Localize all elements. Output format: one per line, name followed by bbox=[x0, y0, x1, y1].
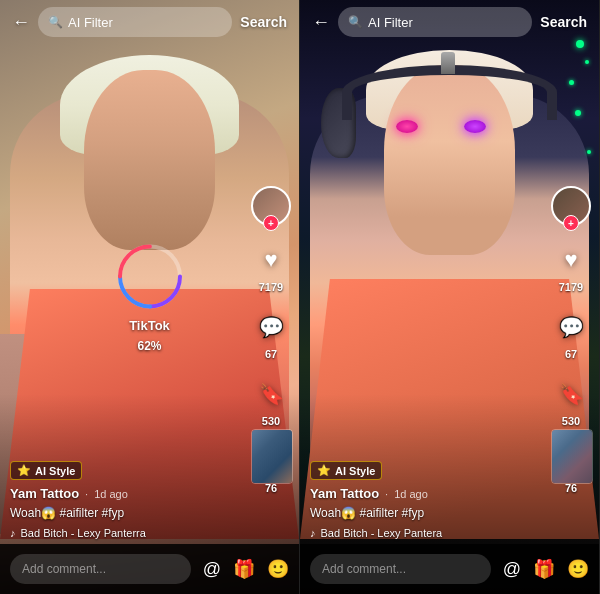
time-left: 1d ago bbox=[94, 488, 128, 500]
search-text-left: AI Filter bbox=[68, 15, 113, 30]
comment-count-right: 67 bbox=[565, 348, 577, 360]
comment-bar-right: Add comment... @ 🎁 🙂 bbox=[300, 544, 599, 594]
at-icon-left[interactable]: @ bbox=[203, 559, 221, 580]
comment-placeholder-right: Add comment... bbox=[322, 562, 406, 576]
search-icon-right: 🔍 bbox=[348, 15, 363, 29]
username-right: Yam Tattoo bbox=[310, 486, 379, 501]
search-bar-right[interactable]: 🔍 AI Filter bbox=[338, 7, 532, 37]
music-text-right: Bad Bitch - Lexy Pantera bbox=[321, 527, 443, 539]
ai-style-badge-right: ⭐ AI Style bbox=[310, 461, 382, 480]
gift-icon-right[interactable]: 🎁 bbox=[533, 558, 555, 580]
search-button-right[interactable]: Search bbox=[540, 14, 587, 30]
like-count-left: 7179 bbox=[259, 281, 283, 293]
search-text-right: AI Filter bbox=[368, 15, 413, 30]
bookmark-action-left[interactable]: 🔖 530 bbox=[253, 376, 289, 427]
music-row-left: ♪ Bad Bitch - Lexy Panterra bbox=[10, 527, 244, 539]
time-right: 1d ago bbox=[394, 488, 428, 500]
particle-5 bbox=[587, 150, 591, 154]
follow-plus-right[interactable]: + bbox=[563, 215, 579, 231]
heart-icon-right: ♥ bbox=[553, 242, 589, 278]
bookmark-icon-right: 🔖 bbox=[553, 376, 589, 412]
emoji-icon-left[interactable]: 🙂 bbox=[267, 558, 289, 580]
back-button-right[interactable]: ← bbox=[312, 12, 330, 33]
ai-badge-text-right: AI Style bbox=[335, 465, 375, 477]
bottom-info-left: ⭐ AI Style Yam Tattoo · 1d ago Woah😱 #ai… bbox=[10, 460, 244, 539]
comment-action-right[interactable]: 💬 67 bbox=[553, 309, 589, 360]
thumbnail-img-left bbox=[252, 430, 292, 483]
music-icon-right: ♪ bbox=[310, 527, 316, 539]
comment-input-left[interactable]: Add comment... bbox=[10, 554, 191, 584]
thumbnail-img-right bbox=[552, 430, 592, 483]
avatar-wrap-right[interactable]: + bbox=[551, 186, 591, 226]
dot-right: · bbox=[385, 488, 388, 500]
ai-badge-text-left: AI Style bbox=[35, 465, 75, 477]
comment-actions-right: @ 🎁 🙂 bbox=[503, 558, 589, 580]
ai-badge-icon-left: ⭐ bbox=[17, 464, 31, 477]
bottom-info-right: ⭐ AI Style Yam Tattoo · 1d ago Woah😱 #ai… bbox=[310, 460, 544, 539]
avatar-wrap-left[interactable]: + bbox=[251, 186, 291, 226]
particle-2 bbox=[569, 80, 574, 85]
comment-actions-left: @ 🎁 🙂 bbox=[203, 558, 289, 580]
search-icon-left: 🔍 bbox=[48, 15, 63, 29]
like-action-right[interactable]: ♥ 7179 bbox=[553, 242, 589, 293]
left-panel: ← 🔍 AI Filter Search TikTok 62% bbox=[0, 0, 300, 594]
particle-3 bbox=[585, 60, 589, 64]
comment-input-right[interactable]: Add comment... bbox=[310, 554, 491, 584]
comment-icon-right: 💬 bbox=[553, 309, 589, 345]
comment-action-left[interactable]: 💬 67 bbox=[253, 309, 289, 360]
music-icon-left: ♪ bbox=[10, 527, 16, 539]
loading-ring bbox=[115, 242, 185, 312]
bookmark-icon-left: 🔖 bbox=[253, 376, 289, 412]
at-icon-right[interactable]: @ bbox=[503, 559, 521, 580]
music-row-right: ♪ Bad Bitch - Lexy Pantera bbox=[310, 527, 544, 539]
back-button-left[interactable]: ← bbox=[12, 12, 30, 33]
particle-4 bbox=[575, 110, 581, 116]
like-action-left[interactable]: ♥ 7179 bbox=[253, 242, 289, 293]
bookmark-count-left: 530 bbox=[262, 415, 280, 427]
comment-count-left: 67 bbox=[265, 348, 277, 360]
right-panel: ← 🔍 AI Filter Search + ♥ 7179 💬 67 🔖 530 bbox=[300, 0, 600, 594]
ai-badge-icon-right: ⭐ bbox=[317, 464, 331, 477]
caption-right: Woah😱 #aifilter #fyp bbox=[310, 505, 544, 522]
search-button-left[interactable]: Search bbox=[240, 14, 287, 30]
face-left bbox=[84, 70, 216, 250]
top-bar-left: ← 🔍 AI Filter Search bbox=[0, 0, 299, 44]
comment-bar-left: Add comment... @ 🎁 🙂 bbox=[0, 544, 299, 594]
comment-icon-left: 💬 bbox=[253, 309, 289, 345]
username-row-left: Yam Tattoo · 1d ago bbox=[10, 486, 244, 501]
gift-icon-left[interactable]: 🎁 bbox=[233, 558, 255, 580]
search-bar-left[interactable]: 🔍 AI Filter bbox=[38, 7, 232, 37]
comment-placeholder-left: Add comment... bbox=[22, 562, 106, 576]
username-left: Yam Tattoo bbox=[10, 486, 79, 501]
dot-left: · bbox=[85, 488, 88, 500]
follow-plus-left[interactable]: + bbox=[263, 215, 279, 231]
music-text-left: Bad Bitch - Lexy Panterra bbox=[21, 527, 146, 539]
ai-style-badge-left: ⭐ AI Style bbox=[10, 461, 82, 480]
like-count-right: 7179 bbox=[559, 281, 583, 293]
tiktok-brand-label: TikTok bbox=[129, 318, 170, 333]
username-row-right: Yam Tattoo · 1d ago bbox=[310, 486, 544, 501]
tiktok-loading: TikTok 62% bbox=[115, 242, 185, 353]
bottom-thumbnail-left bbox=[251, 429, 293, 484]
eye-left-glow bbox=[396, 120, 418, 133]
caption-left: Woah😱 #aifilter #fyp bbox=[10, 505, 244, 522]
bottom-thumbnail-right bbox=[551, 429, 593, 484]
emoji-icon-right[interactable]: 🙂 bbox=[567, 558, 589, 580]
cyber-implant-right bbox=[441, 52, 455, 74]
bookmark-action-right[interactable]: 🔖 530 bbox=[553, 376, 589, 427]
bookmark-count-right: 530 bbox=[562, 415, 580, 427]
heart-icon-left: ♥ bbox=[253, 242, 289, 278]
loading-percent-label: 62% bbox=[137, 339, 161, 353]
top-bar-right: ← 🔍 AI Filter Search bbox=[300, 0, 599, 44]
